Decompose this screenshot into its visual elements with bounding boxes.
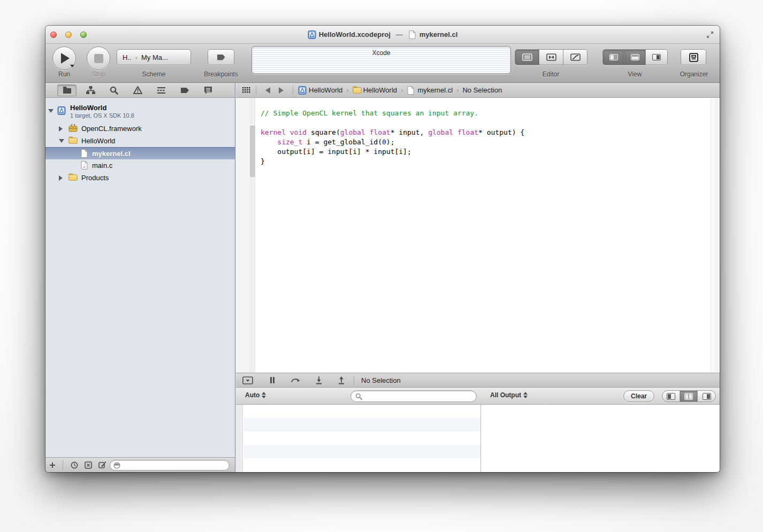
breadcrumb: HelloWorld›HelloWorld›mykernel.cl›No Sel…	[298, 86, 502, 94]
show-variables-only-button[interactable]	[662, 391, 680, 402]
variables-view[interactable]	[236, 405, 480, 472]
tree-item-label: Products	[81, 174, 109, 182]
project-navigator-tree: HelloWorld1 target, OS X SDK 10.8OpenCL.…	[45, 98, 235, 457]
toggle-navigator-button[interactable]	[603, 50, 624, 65]
disclosure-triangle-icon[interactable]	[59, 139, 64, 143]
jumpbar-item[interactable]: HelloWorld	[298, 86, 342, 94]
show-console-only-button[interactable]	[698, 391, 715, 402]
tree-item-label: OpenCL.framework	[81, 125, 142, 133]
tree-item-mykernel-cl[interactable]: mykernel.cl	[45, 147, 235, 159]
variables-search-input[interactable]	[365, 392, 472, 400]
disclosure-triangle-icon[interactable]	[59, 175, 63, 181]
fold-region-indicator[interactable]	[250, 126, 255, 177]
editor-scrollbar[interactable]	[711, 98, 719, 372]
organizer-icon	[689, 53, 698, 62]
doc-c-icon: .c	[80, 161, 89, 170]
assistant-editor-button[interactable]	[539, 50, 563, 65]
breakpoint-navigator-icon[interactable]	[175, 84, 194, 96]
variables-scope-popup[interactable]: Auto	[245, 391, 266, 399]
scm-status-filter-icon[interactable]	[81, 461, 95, 469]
back-button[interactable]	[265, 87, 270, 94]
source-editor[interactable]: // Simple OpenCL kernel that squares an …	[236, 98, 720, 373]
standard-editor-icon	[522, 53, 532, 61]
console-only-icon	[703, 393, 711, 400]
stop-button[interactable]	[87, 47, 110, 70]
jumpbar-item[interactable]: mykernel.cl	[407, 86, 453, 94]
fullscreen-icon[interactable]	[706, 30, 714, 39]
log-navigator-icon[interactable]	[199, 84, 218, 96]
code-line: }	[261, 157, 709, 166]
navigator-filter-field[interactable]	[110, 460, 230, 471]
version-editor-button[interactable]	[563, 50, 587, 65]
hide-debug-area-button[interactable]	[242, 376, 253, 384]
recent-files-filter-icon[interactable]	[67, 461, 81, 469]
editor-label: Editor	[515, 71, 587, 78]
issue-navigator-icon[interactable]	[128, 84, 147, 96]
project-title: HelloWorld	[70, 104, 134, 112]
jumpbar-item[interactable]: No Selection	[462, 86, 502, 94]
step-into-button[interactable]	[315, 376, 323, 384]
variables-scope-value: Auto	[245, 391, 260, 399]
add-button[interactable]	[45, 462, 59, 468]
tree-item-opencl-framework[interactable]: OpenCL.framework	[45, 122, 235, 135]
code-line: kernel void square(global float* input, …	[261, 128, 709, 137]
navigator-filter-bar	[45, 457, 235, 472]
xcodeproj-icon	[57, 106, 66, 115]
search-navigator-icon[interactable]	[104, 84, 124, 96]
jumpbar-item[interactable]: HelloWorld	[353, 86, 397, 94]
desktop: HelloWorld.xcodeproj — mykernel.cl Run S…	[0, 0, 763, 532]
breakpoint-gutter[interactable]	[236, 98, 250, 373]
disclosure-triangle-icon[interactable]	[59, 126, 63, 132]
breakpoints-button[interactable]	[208, 49, 234, 65]
navigator-sidebar: HelloWorld1 target, OS X SDK 10.8OpenCL.…	[45, 83, 235, 472]
navigator-filter-input[interactable]	[123, 462, 226, 468]
tree-item-helloworld[interactable]: HelloWorld	[45, 135, 235, 147]
variables-only-icon	[667, 393, 675, 400]
step-out-button[interactable]	[338, 376, 345, 384]
clear-console-button[interactable]: Clear	[623, 390, 654, 402]
close-button[interactable]	[50, 32, 57, 38]
minimize-button[interactable]	[65, 32, 72, 38]
tree-item-label: HelloWorld	[81, 137, 115, 145]
jumpbar-item-label: mykernel.cl	[417, 86, 453, 94]
console-scope-popup[interactable]: All Output	[490, 391, 528, 399]
variables-search-field[interactable]	[350, 390, 477, 402]
variables-row	[243, 418, 480, 431]
symbol-navigator-icon[interactable]	[81, 84, 100, 96]
titlebar[interactable]: HelloWorld.xcodeproj — mykernel.cl	[45, 26, 720, 44]
scheme-selector[interactable]: H.. › My Ma...	[117, 49, 191, 65]
toggle-utilities-button[interactable]	[646, 50, 667, 65]
pause-button[interactable]	[270, 376, 275, 384]
unsaved-files-filter-icon[interactable]	[95, 461, 109, 469]
xcodeproj-icon	[298, 86, 306, 94]
variables-gutter	[236, 405, 243, 472]
show-both-button[interactable]	[680, 391, 698, 402]
standard-editor-button[interactable]	[515, 50, 539, 65]
activity-viewer: Xcode	[251, 46, 511, 74]
console-scope-value: All Output	[490, 391, 521, 399]
tree-item-helloworld[interactable]: HelloWorld1 target, OS X SDK 10.8	[45, 99, 235, 122]
xcodeproj-icon	[308, 30, 316, 38]
console-view[interactable]	[480, 405, 720, 472]
toolbar: Run Stop H.. › My Ma... Scheme Breakpoin…	[45, 44, 720, 83]
file-icon	[407, 86, 415, 94]
run-button[interactable]	[52, 47, 76, 70]
play-icon	[61, 53, 70, 64]
related-items-icon[interactable]	[242, 87, 251, 94]
project-subtitle: 1 target, OS X SDK 10.8	[70, 112, 134, 119]
organizer-label: Organizer	[662, 71, 720, 78]
window-title: HelloWorld.xcodeproj — mykernel.cl	[45, 30, 720, 38]
disclosure-triangle-icon[interactable]	[48, 109, 54, 113]
document-icon	[408, 30, 416, 38]
organizer-button[interactable]	[681, 49, 706, 65]
project-navigator-icon[interactable]	[57, 84, 77, 96]
assistant-editor-icon	[546, 53, 556, 61]
debug-navigator-icon[interactable]	[151, 84, 171, 96]
toggle-debug-area-button[interactable]	[624, 50, 646, 65]
svg-text:.c: .c	[82, 164, 86, 169]
tree-item-main-c[interactable]: .cmain.c	[45, 159, 235, 172]
tree-item-products[interactable]: Products	[45, 172, 235, 184]
forward-button[interactable]	[279, 87, 284, 94]
zoom-button[interactable]	[80, 32, 87, 38]
step-over-button[interactable]	[291, 376, 300, 384]
